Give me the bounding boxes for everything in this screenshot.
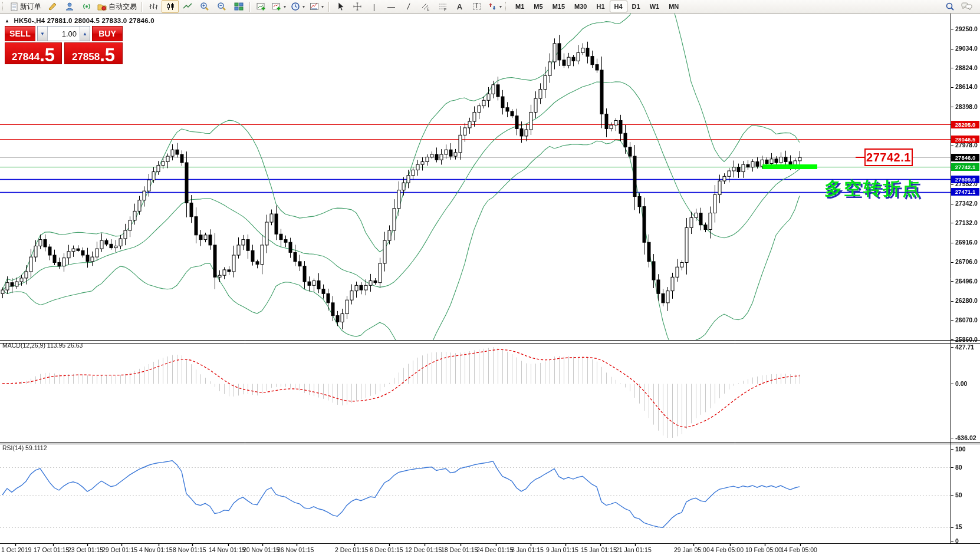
sell-button[interactable]: SELL: [5, 26, 35, 41]
price-tick-label: 28614.0: [955, 83, 980, 90]
timeframe-mn[interactable]: MN: [664, 1, 683, 12]
time-tick-label: 29 Oct 01:15: [102, 546, 137, 553]
dropdown-arrow-icon[interactable]: ▾: [499, 4, 502, 9]
arrows-tool-button[interactable]: ▾: [485, 0, 504, 13]
autotrading-button[interactable]: 自动交易: [95, 0, 139, 13]
search-button[interactable]: [941, 0, 958, 13]
price-tick-label: 25860.0: [955, 336, 980, 343]
rsi-axis-label: 80: [955, 464, 980, 471]
new-order-button[interactable]: 新订单: [8, 0, 44, 13]
trading-platform-window: 新订单 自动交易: [0, 0, 980, 558]
text-label-tool-button[interactable]: T: [468, 0, 485, 13]
text-tool-icon: A: [457, 3, 462, 11]
buy-price-block[interactable]: 27858 .5: [64, 42, 123, 64]
price-level-tag: 27471.1: [951, 188, 979, 196]
time-tick-label: 8 Nov 01:15: [173, 546, 206, 553]
profile-icon: [65, 2, 74, 11]
toolbar-grip[interactable]: [2, 2, 5, 11]
timeframe-m30[interactable]: M30: [570, 1, 591, 12]
candlestick-mode-button[interactable]: [162, 0, 179, 13]
new-chart-button[interactable]: [252, 0, 269, 13]
price-tick-label: 26070.0: [955, 316, 980, 323]
volume-input[interactable]: 1.00: [48, 27, 80, 41]
timeframe-d1[interactable]: D1: [627, 1, 645, 12]
macd-axis-label: 0.00: [955, 380, 980, 387]
price-tick-label: 28824.0: [955, 64, 980, 71]
vertical-line-tool-button[interactable]: |: [366, 0, 383, 13]
pivot-note-text[interactable]: 多空转折点: [824, 177, 922, 201]
time-tick-label: 26 Nov 01:15: [277, 546, 314, 553]
time-tick-label: 3 Jan 01:15: [511, 546, 544, 553]
market-watch-button[interactable]: [44, 0, 61, 13]
buy-price-main: 27858: [72, 51, 100, 63]
price-level-tag: 27846.0: [951, 154, 979, 161]
timeframe-h4[interactable]: H4: [610, 1, 627, 12]
one-click-trading-widget: SELL ▼ 1.00 ▲ BUY 27844 .5 27858 .5: [5, 26, 123, 64]
chart-canvas[interactable]: [0, 14, 980, 558]
buy-button[interactable]: BUY: [92, 26, 123, 41]
price-tick-label: 26916.0: [955, 239, 980, 246]
highlight-level-bar[interactable]: [762, 164, 817, 169]
crosshair-tool-button[interactable]: [348, 0, 366, 13]
tile-windows-button[interactable]: [230, 0, 247, 13]
time-tick-label: 17 Oct 01:15: [34, 546, 69, 553]
new-chart-icon: [256, 2, 266, 11]
templates-button[interactable]: ▾: [307, 0, 326, 13]
dropdown-arrow-icon[interactable]: ▾: [302, 4, 305, 9]
timeframe-h1[interactable]: H1: [591, 1, 609, 12]
time-tick-label: 6 Dec 01:15: [370, 546, 403, 553]
time-tick-label: 1 Oct 2019: [1, 546, 31, 553]
signal-icon: [82, 2, 91, 11]
horizontal-line-tool-button[interactable]: —: [383, 0, 400, 13]
dropdown-arrow-icon[interactable]: ▾: [284, 4, 286, 9]
fibonacci-tool-button[interactable]: F: [434, 0, 451, 13]
time-tick-label: 24 Dec 01:15: [476, 546, 513, 553]
timeframe-w1[interactable]: W1: [645, 1, 665, 12]
fibonacci-icon: F: [438, 2, 448, 11]
channel-icon: E: [421, 2, 430, 11]
trendline-icon: /: [406, 2, 410, 11]
bar-chart-mode-button[interactable]: [144, 0, 162, 13]
arrows-icon: [488, 2, 497, 11]
sell-price-main: 27844: [12, 51, 40, 63]
sell-price-frac: .5: [40, 48, 55, 63]
channel-tool-button[interactable]: E: [417, 0, 434, 13]
toolbar-separator: [142, 2, 142, 12]
price-tick-label: 29250.0: [955, 25, 980, 32]
toolbar-grip[interactable]: [505, 2, 508, 11]
price-note-connector: [856, 157, 864, 158]
collapse-arrow-icon[interactable]: ▲: [5, 18, 9, 24]
volume-increase-button[interactable]: ▲: [80, 27, 90, 41]
time-tick-label: 15 Jan 01:15: [581, 546, 617, 553]
price-note-box[interactable]: 27742.1: [864, 148, 913, 166]
main-toolbar: 新订单 自动交易: [0, 0, 980, 14]
volume-decrease-button[interactable]: ▼: [38, 27, 48, 41]
time-tick-label: 9 Jan 01:15: [546, 546, 578, 553]
trendline-tool-button[interactable]: /: [400, 0, 417, 13]
timeframe-m5[interactable]: M5: [529, 1, 547, 12]
chat-button[interactable]: [958, 0, 975, 13]
search-icon: [945, 2, 955, 11]
line-chart-mode-button[interactable]: [179, 0, 196, 13]
timeframe-m15[interactable]: M15: [548, 1, 570, 12]
indicators-button[interactable]: ▾: [269, 0, 288, 13]
zoom-out-button[interactable]: [213, 0, 230, 13]
dropdown-arrow-icon[interactable]: ▾: [321, 4, 324, 9]
price-tick-label: 28398.0: [955, 103, 980, 110]
volume-stepper: ▼ 1.00 ▲: [37, 26, 90, 41]
tile-windows-icon: [234, 2, 244, 11]
cursor-icon: [336, 2, 345, 11]
community-button[interactable]: [61, 0, 78, 13]
periods-button[interactable]: ▾: [288, 0, 307, 13]
macd-axis-label: 427.71: [955, 344, 980, 351]
price-level-tag: 28046.5: [951, 136, 979, 143]
chart-symbol-period: HK50-,H4: [14, 17, 45, 24]
zoom-in-icon: [200, 2, 209, 11]
signals-button[interactable]: [78, 0, 95, 13]
autotrading-icon: [97, 2, 107, 11]
sell-price-block[interactable]: 27844 .5: [5, 42, 62, 64]
timeframe-m1[interactable]: M1: [511, 1, 529, 12]
zoom-in-button[interactable]: [196, 0, 213, 13]
cursor-tool-button[interactable]: [331, 0, 348, 13]
text-tool-button[interactable]: A: [451, 0, 468, 13]
